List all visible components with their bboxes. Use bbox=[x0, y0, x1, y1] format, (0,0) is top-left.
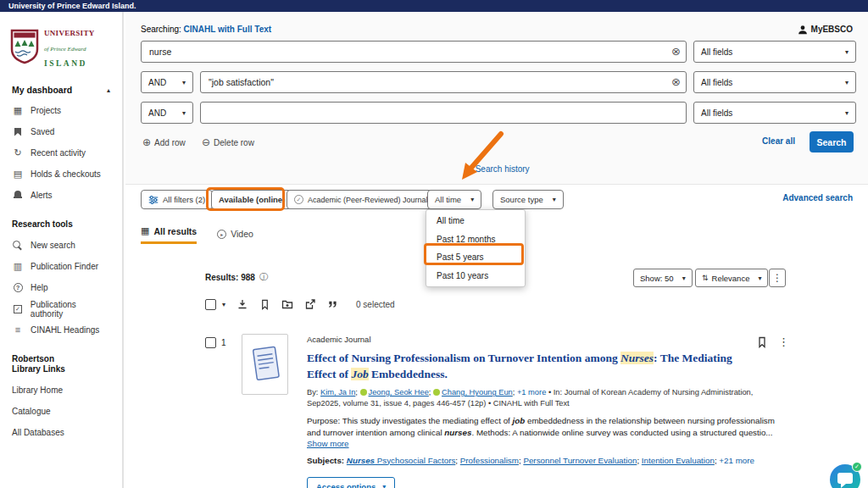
sidebar-item-cinahl-headings[interactable]: ≡ CINAHL Headings bbox=[0, 319, 122, 341]
result-checkbox[interactable] bbox=[205, 337, 216, 348]
source-type-label: Source type bbox=[500, 195, 543, 204]
sidebar-item-new-search[interactable]: New search bbox=[0, 235, 122, 256]
field-select-1[interactable]: All fields ▾ bbox=[693, 41, 856, 63]
advanced-search-link[interactable]: Advanced search bbox=[782, 193, 853, 202]
check-circle-icon: ✓ bbox=[294, 195, 303, 204]
search-term-input-2[interactable] bbox=[200, 71, 687, 93]
delete-row-button[interactable]: ⊖ Delete row bbox=[202, 136, 254, 148]
field-select-value: All fields bbox=[701, 108, 732, 118]
clear-input-icon[interactable]: ⊗ bbox=[671, 46, 681, 57]
inline-link[interactable]: Personnel Turnover Evaluation bbox=[523, 456, 637, 465]
inline-link[interactable]: +21 more bbox=[719, 456, 754, 465]
clear-input-icon[interactable]: ⊗ bbox=[671, 76, 681, 87]
info-icon[interactable]: ⓘ bbox=[259, 271, 268, 283]
chevron-up-icon: ▴ bbox=[107, 86, 110, 94]
field-select-3[interactable]: All fields ▾ bbox=[693, 102, 856, 124]
video-label: Video bbox=[231, 229, 253, 239]
sidebar-item-library-home[interactable]: Library Home bbox=[0, 380, 122, 401]
search-term-input-1[interactable] bbox=[141, 41, 687, 63]
add-row-button[interactable]: ⊕ Add row bbox=[142, 136, 186, 148]
sort-dropdown[interactable]: ⇅ Relevance ▾ bbox=[695, 269, 768, 287]
bookmark-result-button[interactable] bbox=[756, 336, 768, 348]
inline-link[interactable]: Professionalism bbox=[460, 456, 519, 465]
inline-link[interactable]: Jeong, Seok Hee bbox=[369, 388, 429, 396]
logo-text-island: ISLAND bbox=[44, 59, 87, 68]
inline-link[interactable]: Kim, Ja In bbox=[320, 388, 355, 396]
inline-link[interactable]: Nurses bbox=[347, 456, 375, 465]
time-filter-dropdown[interactable]: All time ▾ bbox=[427, 190, 481, 209]
sidebar-item-catalogue[interactable]: Catalogue bbox=[0, 401, 122, 422]
institution-name: University of Prince Edward Island. bbox=[8, 2, 136, 10]
result-title-link[interactable]: Effect of Nursing Professionalism on Tur… bbox=[307, 350, 735, 382]
select-all-dropdown-icon[interactable]: ▾ bbox=[222, 301, 225, 308]
search-button[interactable]: Search bbox=[810, 131, 854, 152]
searching-label: Searching: bbox=[141, 25, 181, 34]
chevron-down-icon: ▾ bbox=[182, 79, 186, 86]
selected-count: 0 selected bbox=[356, 300, 395, 309]
search-term-input-3[interactable] bbox=[200, 102, 687, 124]
show-per-page-dropdown[interactable]: Show: 50 ▾ bbox=[633, 269, 693, 287]
menu-item-past-10-years[interactable]: Past 10 years bbox=[426, 267, 525, 286]
sidebar-item-publications-authority[interactable]: ✓ Publications authority bbox=[0, 298, 122, 319]
sidebar-my-dashboard[interactable]: My dashboard ▴ bbox=[0, 75, 122, 100]
field-select-2[interactable]: All fields ▾ bbox=[693, 71, 856, 93]
field-select-value: All fields bbox=[701, 47, 732, 57]
text-segment: Purpose: This study investigates the med… bbox=[307, 416, 513, 425]
sidebar-item-alerts[interactable]: Alerts bbox=[0, 185, 122, 206]
book-icon: ▤ bbox=[12, 169, 24, 179]
download-button[interactable] bbox=[236, 298, 248, 310]
menu-item-all-time[interactable]: All time bbox=[426, 212, 525, 230]
inline-link[interactable]: Intention Evaluation bbox=[642, 456, 715, 465]
tab-all-results[interactable]: ▦ All results bbox=[141, 225, 197, 244]
sort-label: Relevance bbox=[712, 274, 750, 283]
result-thumbnail[interactable] bbox=[242, 334, 288, 395]
inline-link[interactable]: Chang, Hyoung Eun bbox=[442, 388, 513, 396]
inline-link[interactable]: Show more bbox=[307, 439, 349, 448]
bookmark-icon bbox=[14, 128, 21, 136]
source-type-dropdown[interactable]: Source type ▾ bbox=[492, 190, 564, 209]
myebsco-button[interactable]: MyEBSCO bbox=[798, 25, 853, 35]
sidebar-item-holds-checkouts[interactable]: ▤ Holds & checkouts bbox=[0, 164, 122, 185]
chat-widget[interactable]: ✓ bbox=[829, 463, 861, 488]
menu-item-past-5-years[interactable]: Past 5 years bbox=[426, 248, 525, 267]
result-menu-button[interactable]: ⋮ bbox=[778, 336, 789, 348]
all-filters-button[interactable]: All filters (2) bbox=[141, 190, 213, 209]
sidebar-item-help[interactable]: ? Help bbox=[0, 277, 122, 298]
chevron-down-icon: ▾ bbox=[845, 48, 849, 56]
sidebar-section-library-links: Robertson Library Links bbox=[0, 341, 93, 380]
select-all-checkbox[interactable] bbox=[205, 299, 216, 310]
cite-button[interactable] bbox=[327, 299, 338, 310]
access-options-button[interactable]: Access options ▾ bbox=[307, 477, 395, 488]
upei-logo[interactable]: UNIVERSITY of Prince Edward ISLAND bbox=[0, 12, 122, 75]
operator-select-3[interactable]: AND ▾ bbox=[141, 102, 193, 124]
share-button[interactable] bbox=[304, 298, 316, 310]
sidebar-item-saved[interactable]: Saved bbox=[0, 121, 122, 142]
tab-video[interactable]: ▸ Video bbox=[217, 229, 253, 244]
sidebar-item-all-databases[interactable]: All Databases bbox=[0, 422, 122, 443]
operator-select-2[interactable]: AND ▾ bbox=[141, 71, 193, 93]
text-segment: ; bbox=[355, 388, 359, 396]
screen: University of Prince Edward Island. UNIV… bbox=[0, 0, 868, 488]
access-options-label: Access options bbox=[316, 482, 376, 488]
upei-crest-icon bbox=[10, 29, 39, 64]
folder-plus-icon bbox=[281, 298, 293, 310]
save-button[interactable] bbox=[259, 299, 270, 310]
peer-reviewed-filter[interactable]: ✓ Academic (Peer-Reviewed) Journals bbox=[287, 190, 439, 209]
sidebar-item-label: Publication Finder bbox=[31, 262, 98, 271]
sidebar-item-label: Recent activity bbox=[31, 148, 86, 158]
show-label: Show: 50 bbox=[640, 274, 674, 283]
orcid-icon bbox=[360, 389, 367, 396]
clear-all-link[interactable]: Clear all bbox=[762, 136, 795, 146]
inline-link[interactable]: Psychosocial Factors bbox=[375, 456, 455, 465]
inline-link[interactable]: +1 more bbox=[517, 388, 546, 396]
menu-item-past-12-months[interactable]: Past 12 months bbox=[426, 230, 525, 249]
results-options-button[interactable]: ⋮ bbox=[769, 269, 786, 287]
database-link[interactable]: CINAHL with Full Text bbox=[184, 25, 272, 34]
available-online-filter[interactable]: Available (online) bbox=[211, 190, 292, 209]
sidebar-item-recent-activity[interactable]: ↻ Recent activity bbox=[0, 142, 122, 164]
field-select-value: All fields bbox=[701, 78, 732, 87]
search-history-toggle[interactable]: ▾ Search history bbox=[125, 164, 868, 174]
sidebar-item-projects[interactable]: ▦ Projects bbox=[0, 100, 122, 121]
add-to-project-button[interactable] bbox=[281, 298, 293, 310]
sidebar-item-publication-finder[interactable]: ▥ Publication Finder bbox=[0, 256, 122, 277]
